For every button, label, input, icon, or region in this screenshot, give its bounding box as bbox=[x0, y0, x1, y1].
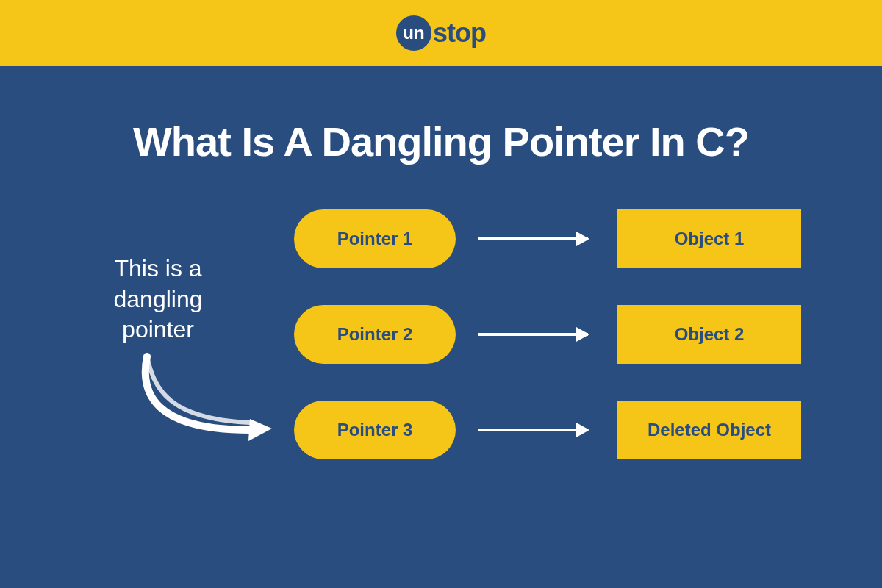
pointer-label-2: Pointer 2 bbox=[337, 324, 413, 345]
object-label-3: Deleted Object bbox=[648, 420, 771, 440]
object-box-2: Object 2 bbox=[617, 305, 801, 364]
object-box-3: Deleted Object bbox=[617, 401, 801, 459]
pointer-box-1: Pointer 1 bbox=[294, 209, 456, 268]
diagram-area: Pointer 1 Object 1 Pointer 2 Object 2 Po… bbox=[0, 165, 882, 577]
arrow-2 bbox=[478, 333, 588, 336]
pointer-box-2: Pointer 2 bbox=[294, 305, 456, 364]
logo-circle-text: un bbox=[403, 23, 424, 43]
page-title: What Is A Dangling Pointer In C? bbox=[0, 118, 882, 165]
logo: un stop bbox=[396, 15, 486, 51]
dangling-annotation: This is a dangling pointer bbox=[81, 254, 235, 345]
object-label-2: Object 2 bbox=[675, 324, 745, 345]
curvy-arrow-icon bbox=[118, 349, 294, 459]
object-box-1: Object 1 bbox=[617, 209, 801, 268]
pointer-label-1: Pointer 1 bbox=[337, 229, 413, 249]
logo-circle: un bbox=[396, 15, 431, 51]
object-label-1: Object 1 bbox=[675, 229, 745, 249]
arrow-3 bbox=[478, 429, 588, 431]
header-bar: un stop bbox=[0, 0, 882, 66]
arrow-1 bbox=[478, 237, 588, 240]
pointer-box-3: Pointer 3 bbox=[294, 401, 456, 459]
svg-marker-0 bbox=[248, 419, 272, 441]
pointer-label-3: Pointer 3 bbox=[337, 420, 413, 440]
logo-rest-text: stop bbox=[433, 18, 486, 49]
